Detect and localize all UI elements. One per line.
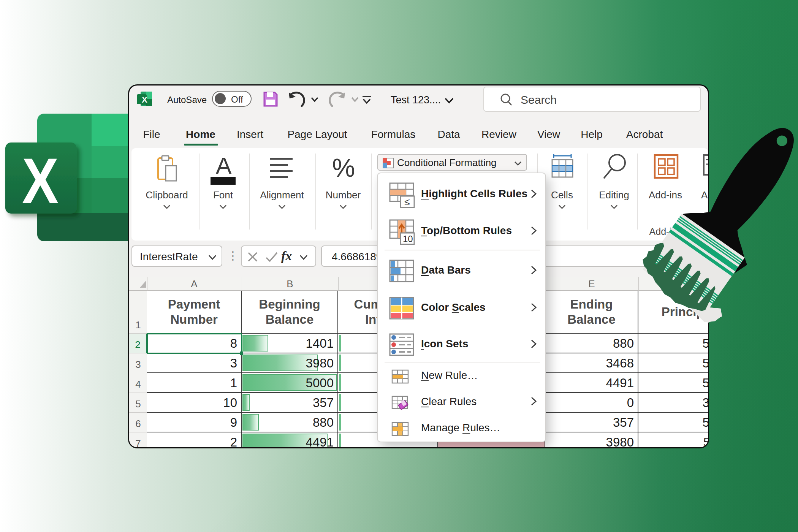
svg-text:X: X — [22, 145, 59, 217]
svg-text:≤: ≤ — [404, 196, 410, 207]
svg-text:X: X — [142, 95, 147, 104]
svg-text:10: 10 — [403, 234, 413, 244]
